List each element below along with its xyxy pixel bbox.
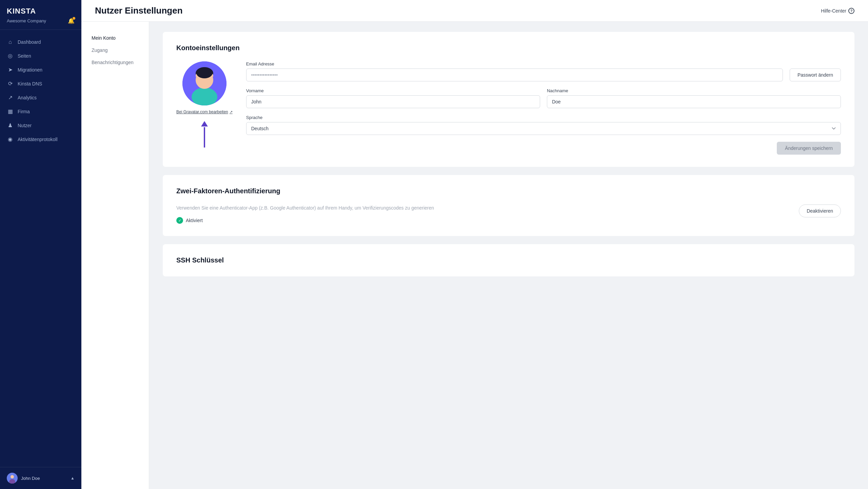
two-factor-card: Zwei-Faktoren-Authentifizierung Verwende… (163, 175, 854, 236)
sidebar-item-migrationen[interactable]: ➤ Migrationen (0, 63, 81, 77)
name-row: Vorname Nachname (246, 88, 841, 108)
account-settings-card: Kontoeinstellungen (163, 32, 854, 167)
analytics-icon: ↗ (7, 94, 14, 101)
log-icon: ◉ (7, 136, 14, 142)
sidebar-item-label: Aktivitätenprotokoll (18, 137, 58, 142)
arrow-shaft (204, 127, 205, 148)
sidebar-item-label: Seiten (18, 53, 31, 59)
sidebar-item-dashboard[interactable]: ⌂ Dashboard (0, 35, 81, 49)
sidebar-item-label: Firma (18, 109, 30, 114)
content-area: Mein Konto Zugang Benachrichtigungen Kon… (81, 22, 868, 489)
sub-nav-benachrichtigungen[interactable]: Benachrichtigungen (81, 56, 149, 69)
language-select[interactable]: Deutsch English (246, 122, 841, 135)
external-link-icon: ↗ (230, 110, 233, 114)
notification-dot (73, 17, 75, 20)
sidebar-item-kinsta-dns[interactable]: ⟳ Kinsta DNS (0, 77, 81, 91)
dns-icon: ⟳ (7, 80, 14, 87)
firma-icon: ▦ (7, 108, 14, 115)
user-avatar (7, 473, 18, 484)
deactivate-button[interactable]: Deaktivieren (799, 204, 841, 217)
sidebar-item-aktivitaetsprotokoll[interactable]: ◉ Aktivitätenprotokoll (0, 132, 81, 146)
change-password-button[interactable]: Passwort ändern (790, 69, 841, 81)
ssh-title: SSH Schlüssel (176, 256, 841, 264)
lastname-input[interactable] (547, 95, 841, 108)
firstname-group: Vorname (246, 88, 540, 108)
sidebar-item-nutzer[interactable]: ♟ Nutzer (0, 118, 81, 132)
sidebar-item-label: Analytics (18, 95, 37, 100)
lastname-group: Nachname (547, 88, 841, 108)
sub-nav-zugang[interactable]: Zugang (81, 44, 149, 56)
svg-point-1 (11, 475, 14, 478)
arrow-up-indicator (204, 121, 205, 148)
help-center-label: Hilfe-Center (821, 8, 846, 14)
language-group: Sprache Deutsch English (246, 115, 841, 135)
account-form: Bei Gravatar.com bearbeiten ↗ (176, 61, 841, 155)
firstname-input[interactable] (246, 95, 540, 108)
svg-point-8 (196, 67, 213, 78)
sidebar-footer: John Doe ▲ (0, 467, 81, 489)
help-circle-icon: ? (848, 8, 854, 14)
sidebar-item-label: Nutzer (18, 123, 32, 128)
account-settings-title: Kontoeinstellungen (176, 44, 841, 52)
sidebar-item-firma[interactable]: ▦ Firma (0, 104, 81, 118)
sidebar-item-label: Kinsta DNS (18, 81, 42, 86)
help-center-link[interactable]: Hilfe-Center ? (821, 8, 854, 14)
user-info: John Doe (7, 473, 40, 484)
language-row: Sprache Deutsch English (246, 115, 841, 135)
company-name: Awesome Company (7, 18, 46, 23)
top-bar: Nutzer Einstellungen Hilfe-Center ? (81, 0, 868, 22)
gravatar-link[interactable]: Bei Gravatar.com bearbeiten ↗ (176, 110, 233, 114)
dashboard-icon: ⌂ (7, 39, 14, 45)
sidebar: KINSTA Awesome Company 🔔 ⌂ Dashboard ◎ S… (0, 0, 81, 489)
form-fields: Email Adresse Passwort ändern Vorname (246, 61, 841, 155)
status-badge: ✓ Aktiviert (176, 217, 785, 224)
sidebar-item-label: Migrationen (18, 67, 42, 73)
sidebar-item-seiten[interactable]: ◎ Seiten (0, 49, 81, 63)
form-actions: Änderungen speichern (246, 142, 841, 155)
email-label: Email Adresse (246, 61, 783, 66)
email-group: Email Adresse (246, 61, 783, 81)
sidebar-nav: ⌂ Dashboard ◎ Seiten ➤ Migrationen ⟳ Kin… (0, 30, 81, 467)
twofa-content: Verwenden Sie eine Authenticator-App (z.… (176, 204, 841, 224)
two-factor-title: Zwei-Faktoren-Authentifizierung (176, 187, 841, 195)
sidebar-item-analytics[interactable]: ↗ Analytics (0, 91, 81, 104)
chevron-up-icon[interactable]: ▲ (71, 476, 75, 481)
lastname-label: Nachname (547, 88, 841, 93)
firstname-label: Vorname (246, 88, 540, 93)
page-body: Kontoeinstellungen (149, 22, 868, 489)
nutzer-icon: ♟ (7, 122, 14, 129)
sidebar-header: KINSTA Awesome Company 🔔 (0, 0, 81, 30)
twofa-left: Verwenden Sie eine Authenticator-App (z.… (176, 204, 785, 224)
main-content: Nutzer Einstellungen Hilfe-Center ? Mein… (81, 0, 868, 489)
save-changes-button[interactable]: Änderungen speichern (777, 142, 841, 155)
page-title: Nutzer Einstellungen (95, 5, 183, 16)
status-active-dot: ✓ (176, 217, 183, 224)
language-label: Sprache (246, 115, 841, 120)
kinsta-logo: KINSTA (7, 7, 75, 16)
sub-nav: Mein Konto Zugang Benachrichtigungen (81, 22, 149, 489)
user-name: John Doe (21, 476, 40, 481)
profile-avatar (182, 61, 226, 105)
sidebar-item-label: Dashboard (18, 39, 41, 45)
status-label: Aktiviert (186, 218, 203, 223)
notification-bell[interactable]: 🔔 (68, 18, 75, 24)
arrow-head (201, 121, 208, 126)
sub-nav-mein-konto[interactable]: Mein Konto (81, 32, 149, 44)
seiten-icon: ◎ (7, 53, 14, 59)
migrationen-icon: ➤ (7, 66, 14, 73)
twofa-description: Verwenden Sie eine Authenticator-App (z.… (176, 204, 785, 212)
email-input[interactable] (246, 69, 783, 81)
avatar-section: Bei Gravatar.com bearbeiten ↗ (176, 61, 233, 148)
ssh-card: SSH Schlüssel (163, 244, 854, 276)
email-row: Email Adresse Passwort ändern (246, 61, 841, 81)
